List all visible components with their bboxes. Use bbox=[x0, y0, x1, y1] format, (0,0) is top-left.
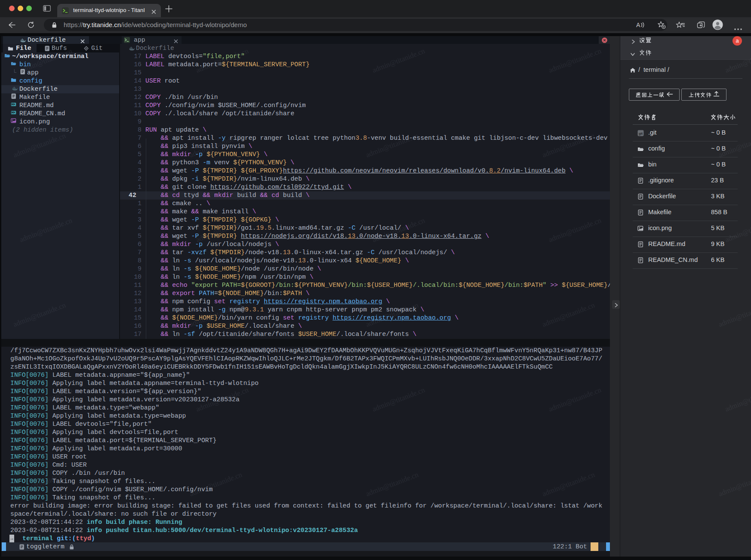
svg-text:A: A bbox=[636, 22, 640, 28]
svg-text:git: git bbox=[639, 132, 643, 135]
